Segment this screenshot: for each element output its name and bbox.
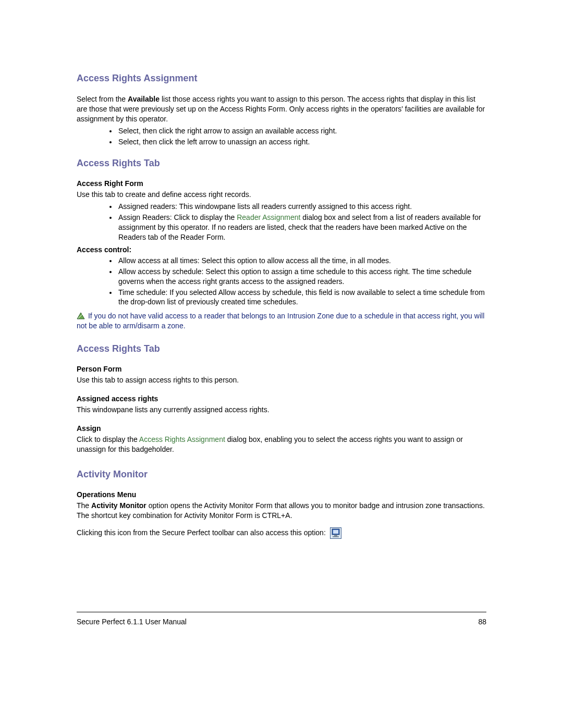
list-item: Select, then click the left arrow to una…	[117, 137, 486, 147]
heading-access-rights-tab-2: Access Rights Tab	[77, 343, 486, 354]
list-item: Time schedule: If you selected Allow acc…	[117, 288, 486, 307]
paragraph: Click to display the Access Rights Assig…	[77, 435, 486, 454]
list-item: Assigned readers: This windowpane lists …	[117, 202, 486, 212]
bullet-list: Select, then click the right arrow to as…	[77, 126, 486, 147]
list-item: Allow access by schedule: Select this op…	[117, 267, 486, 287]
note-text: If you do not have valid access to a rea…	[77, 311, 486, 331]
paragraph: The Activity Monitor option opens the Ac…	[77, 501, 486, 521]
bullet-list: Assigned readers: This windowpane lists …	[77, 202, 486, 242]
note-icon	[77, 312, 85, 319]
list-item: Select, then click the right arrow to as…	[117, 126, 486, 136]
svg-rect-6	[333, 536, 339, 537]
link-reader-assignment[interactable]: Reader Assignment	[237, 213, 300, 221]
document-page: Access Rights Assignment Select from the…	[0, 0, 563, 728]
list-item: Assign Readers: Click to display the Rea…	[117, 213, 486, 242]
subhead-operations-menu: Operations Menu	[77, 490, 486, 499]
subhead-assigned-access-rights: Assigned access rights	[77, 394, 486, 403]
heading-access-rights-tab: Access Rights Tab	[77, 158, 486, 169]
link-access-rights-assignment[interactable]: Access Rights Assignment	[139, 435, 225, 443]
paragraph: Select from the Available list those acc…	[77, 94, 486, 124]
footer: Secure Perfect 6.1.1 User Manual 88	[77, 618, 486, 626]
paragraph: Use this tab to create and define access…	[77, 190, 486, 200]
activity-monitor-icon[interactable]	[330, 527, 341, 539]
bullet-list: Allow access at all times: Select this o…	[77, 256, 486, 307]
footer-rule	[77, 612, 486, 612]
heading-activity-monitor: Activity Monitor	[77, 469, 486, 480]
subhead-access-control: Access control:	[77, 245, 486, 254]
paragraph: Use this tab to assign access rights to …	[77, 375, 486, 385]
heading-access-rights-assignment: Access Rights Assignment	[77, 73, 486, 84]
svg-rect-5	[334, 535, 337, 536]
paragraph: This windowpane lists any currently assi…	[77, 405, 486, 415]
subhead-access-right-form: Access Right Form	[77, 179, 486, 188]
subhead-person-form: Person Form	[77, 365, 486, 373]
list-item: Allow access at all times: Select this o…	[117, 256, 486, 266]
subhead-assign: Assign	[77, 424, 486, 433]
svg-rect-4	[333, 530, 338, 534]
paragraph: Clicking this icon from the Secure Perfe…	[77, 527, 486, 539]
footer-left: Secure Perfect 6.1.1 User Manual	[77, 618, 187, 626]
footer-page-number: 88	[478, 618, 486, 626]
